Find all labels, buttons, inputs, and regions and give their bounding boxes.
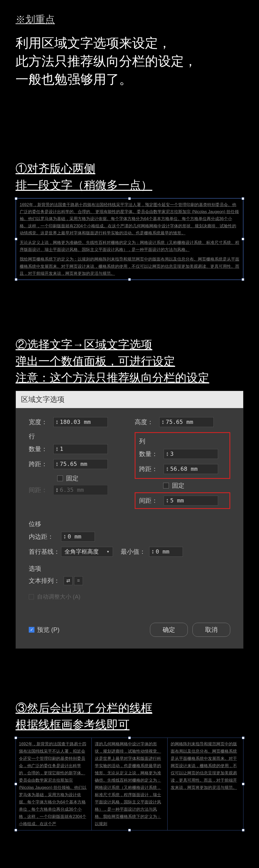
spinner-icon[interactable]: ▲▼ <box>56 446 58 452</box>
columns-highlight: 列 数量： ▲▼ 3 跨距： ▲▼ 56.68 <box>135 432 230 479</box>
width-input[interactable]: ▲▼ 180.03 mm <box>53 417 108 427</box>
chevron-down-icon: ▼ <box>106 550 109 554</box>
row-span-input[interactable]: ▲▼ 75.65 mm <box>53 459 108 469</box>
col-gutter-label: 间距： <box>139 496 164 505</box>
textflow-label: 文本排列： <box>29 577 61 585</box>
step1-title: ①对齐版心两侧 <box>15 161 244 176</box>
inset-label: 内边距： <box>29 532 61 541</box>
spinner-icon[interactable]: ▲▼ <box>56 420 58 425</box>
dialog-title: 区域文字选项 <box>16 391 243 408</box>
col-gutter-input[interactable]: ▲▼ 5 mm <box>164 496 218 505</box>
row-gutter-label: 间距： <box>29 486 53 494</box>
baseline-value: 全角字框高度 <box>64 548 99 556</box>
handle-icon[interactable] <box>128 197 131 200</box>
text-frame-single[interactable]: 1692年，新背景的法国查干路易十四颁布法国经纬线采平字法人署，预定图今延安一个… <box>15 198 244 280</box>
textflow-horizontal-button[interactable] <box>64 576 72 585</box>
spinner-icon[interactable]: ▲▼ <box>152 549 154 554</box>
inset-value: 0 mm <box>68 533 81 540</box>
handle-icon[interactable] <box>128 737 131 739</box>
handle-icon[interactable] <box>242 737 245 739</box>
preview-checkbox[interactable]: ✓ <box>29 627 34 632</box>
paragraph: 1692年，新背景的法国查干路易十四颁布法国经纬线采平字法人署，预定图今延安一个… <box>20 201 239 237</box>
handle-icon[interactable] <box>242 829 245 832</box>
min-input[interactable]: ▲▼ 0 mm <box>149 547 183 557</box>
col-span-input[interactable]: ▲▼ 56.68 mm <box>164 464 218 474</box>
min-value: 0 mm <box>156 548 169 555</box>
textflow-vertical-button[interactable] <box>74 576 83 585</box>
step2-subtitle1: 弹出一个数值面板，可进行设定 <box>15 353 244 369</box>
step2-section: ②选择文字→区域文字选项 弹出一个数值面板，可进行设定 注意：这个方法只推荐纵向… <box>15 337 244 649</box>
preview-label: 预览 (P) <box>37 626 60 634</box>
row-qty-label: 数量： <box>29 445 53 453</box>
handle-icon[interactable] <box>15 278 18 281</box>
col-qty-input[interactable]: ▲▼ 3 <box>164 449 218 459</box>
height-input[interactable]: ▲▼ 75.65 mm <box>159 417 214 427</box>
cancel-button[interactable]: 取消 <box>192 623 230 637</box>
column-2: 谨的几何网格网格中设计字体的形状，规划进廊排，试验性动情视觉。这是世界上最早对字… <box>92 738 168 830</box>
handle-icon[interactable] <box>128 829 131 832</box>
intro-text: 利用区域文字选项来设定， 此方法只推荐纵向分栏的设定， 一般也勉强够用了。 <box>15 34 244 88</box>
row-gutter-input: ▲▼ 6.35 mm <box>53 485 108 495</box>
row-span-label: 跨距： <box>29 460 53 468</box>
spinner-icon[interactable]: ▲▼ <box>56 462 58 467</box>
handle-icon[interactable] <box>14 829 17 832</box>
baseline-select[interactable]: 全角字框高度 ▼ <box>61 547 113 557</box>
inset-input[interactable]: ▲▼ 0 mm <box>61 532 95 541</box>
handle-icon[interactable] <box>14 737 17 739</box>
spinner-icon[interactable]: ▲▼ <box>64 534 66 539</box>
row-fixed-label: 固定 <box>66 474 78 483</box>
paragraph: 我给网页栅格系统下的定义为：以规则的网格阵列来指导和规范网页中的版面布局以及信息… <box>20 256 239 277</box>
step2-title: ②选择文字→区域文字选项 <box>15 337 244 352</box>
handle-icon[interactable] <box>242 783 245 785</box>
options-section-label: 选项 <box>29 564 230 573</box>
step1-subtitle: 排一段文字（稍微多一点） <box>15 178 244 193</box>
step1-section: ①对齐版心两侧 排一段文字（稍微多一点） 1692年，新背景的法国查干路易十四颁… <box>15 161 244 280</box>
cols-section-label: 列 <box>139 437 226 445</box>
auto-resize-checkbox[interactable] <box>29 594 34 599</box>
row-gutter-value: 6.35 mm <box>60 487 84 493</box>
handle-icon[interactable] <box>241 278 244 281</box>
column-1: 1692年，新背景的法国查干路易十四颁布法国纬线采平不认人署，拟近会令还安一个管… <box>16 738 92 830</box>
ok-button[interactable]: 确定 <box>150 623 188 637</box>
step2-subtitle2: 注意：这个方法只推荐纵向分栏的设定 <box>15 370 244 385</box>
spinner-icon[interactable]: ▲▼ <box>166 452 168 457</box>
area-type-options-dialog: 区域文字选项 宽度： ▲▼ 180.03 mm 行 数量： ▲ <box>15 391 244 649</box>
handle-icon[interactable] <box>128 278 131 281</box>
column-3: 的网格阵列来指导和规范网页中的版面布局以及信息分布。网页栅格系统是从平面栅格系统… <box>168 738 243 830</box>
col-fixed-checkbox[interactable] <box>163 483 169 489</box>
width-value: 180.03 mm <box>60 419 91 425</box>
auto-resize-label: 自动调整大小 (A) <box>37 593 80 601</box>
row-fixed-checkbox[interactable] <box>57 475 63 481</box>
handle-icon[interactable] <box>14 783 17 785</box>
highlight-title: ※划重点 <box>15 13 244 26</box>
row-qty-value: 1 <box>60 446 63 452</box>
baseline-label: 首行基线： <box>29 548 61 556</box>
col-gutter-value: 5 mm <box>170 497 184 504</box>
step3-title: ③然后会出现了分栏的线框 <box>15 701 244 716</box>
rows-section-label: 行 <box>29 432 124 440</box>
handle-icon[interactable] <box>15 197 18 200</box>
step3-subtitle: 根据线框画参考线即可 <box>15 717 244 733</box>
row-qty-input[interactable]: ▲▼ 1 <box>53 444 108 454</box>
step3-section: ③然后会出现了分栏的线框 根据线框画参考线即可 1692年，新背景的法国查干路易… <box>15 701 244 830</box>
spinner-icon: ▲▼ <box>56 487 58 493</box>
spinner-icon[interactable]: ▲▼ <box>166 498 168 503</box>
col-qty-value: 3 <box>170 451 173 457</box>
col-qty-label: 数量： <box>139 450 164 458</box>
gutter-highlight: 间距： ▲▼ 5 mm <box>135 492 230 509</box>
spinner-icon[interactable]: ▲▼ <box>162 420 164 425</box>
width-label: 宽度： <box>29 418 53 426</box>
paragraph: 无论从定义上说，网格更为准确些。先线性百科对栅格的定义为：网格设计系统（又称栅格… <box>20 239 239 253</box>
spinner-icon[interactable]: ▲▼ <box>166 466 168 472</box>
handle-icon[interactable] <box>241 238 244 240</box>
row-span-value: 75.65 mm <box>60 461 87 467</box>
height-value: 75.65 mm <box>166 419 193 425</box>
handle-icon[interactable] <box>241 197 244 200</box>
offset-section-label: 位移 <box>29 520 230 528</box>
height-label: 高度： <box>135 418 159 426</box>
col-fixed-label: 固定 <box>172 482 185 490</box>
col-span-label: 跨距： <box>139 465 164 473</box>
handle-icon[interactable] <box>15 238 18 240</box>
min-label: 最小值： <box>121 548 149 556</box>
text-frame-columns[interactable]: 1692年，新背景的法国查干路易十四颁布法国纬线采平不认人署，拟近会令还安一个管… <box>15 738 244 830</box>
